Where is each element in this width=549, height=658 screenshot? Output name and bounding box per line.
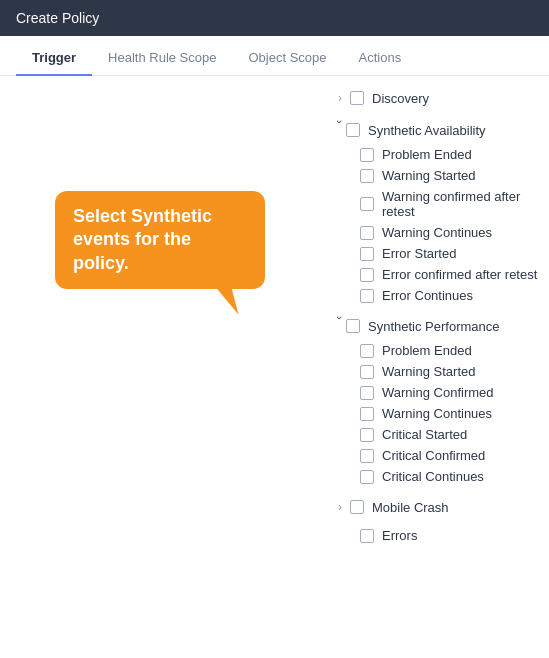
list-item[interactable]: Problem Ended [0,340,549,361]
errors-label: Errors [382,528,417,543]
sp-label: Synthetic Performance [368,319,500,334]
synthetic-performance-row[interactable]: › Synthetic Performance [0,312,549,340]
checkbox-warning-started-sp[interactable] [360,365,374,379]
list-item[interactable]: Warning Continues [0,403,549,424]
mobile-crash-row[interactable]: › Mobile Crash [0,493,549,521]
label-warning-started-sa: Warning Started [382,168,475,183]
chevron-mc: › [330,497,350,517]
list-item[interactable]: Warning Started [0,165,549,186]
content-area: Select Synthetic events for the policy. … [0,76,549,554]
errors-row[interactable]: Errors [0,525,549,546]
chevron-discovery: › [330,88,350,108]
label-warning-continues-sp: Warning Continues [382,406,492,421]
checkbox-warning-confirmed-sa[interactable] [360,197,374,211]
tab-trigger[interactable]: Trigger [16,36,92,75]
sa-label: Synthetic Availability [368,123,486,138]
label-critical-continues-sp: Critical Continues [382,469,484,484]
checkbox-error-confirmed-sa[interactable] [360,268,374,282]
checkbox-mc[interactable] [350,500,364,514]
label-critical-confirmed-sp: Critical Confirmed [382,448,485,463]
checkbox-critical-continues-sp[interactable] [360,470,374,484]
title-bar: Create Policy [0,0,549,36]
list-item[interactable]: Critical Started [0,424,549,445]
list-item[interactable]: Problem Ended [0,144,549,165]
synthetic-availability-row[interactable]: › Synthetic Availability [0,116,549,144]
label-warning-started-sp: Warning Started [382,364,475,379]
tabs-bar: Trigger Health Rule Scope Object Scope A… [0,36,549,76]
tab-health-rule-scope[interactable]: Health Rule Scope [92,36,232,75]
tooltip-bubble: Select Synthetic events for the policy. [55,191,265,289]
checkbox-problem-ended-sp[interactable] [360,344,374,358]
checkbox-warning-continues-sp[interactable] [360,407,374,421]
tooltip-container: Select Synthetic events for the policy. [55,191,265,289]
checkbox-critical-started-sp[interactable] [360,428,374,442]
sp-children: Problem Ended Warning Started Warning Co… [0,340,549,487]
list-item[interactable]: Critical Confirmed [0,445,549,466]
label-error-started-sa: Error Started [382,246,456,261]
checkbox-error-continues-sa[interactable] [360,289,374,303]
checkbox-errors[interactable] [360,529,374,543]
label-warning-confirmed-sp: Warning Confirmed [382,385,494,400]
list-item[interactable]: Critical Continues [0,466,549,487]
list-item[interactable]: Warning Confirmed [0,382,549,403]
tab-actions[interactable]: Actions [343,36,418,75]
mc-label: Mobile Crash [372,500,449,515]
label-error-confirmed-sa: Error confirmed after retest [382,267,537,282]
checkbox-critical-confirmed-sp[interactable] [360,449,374,463]
checkbox-warning-continues-sa[interactable] [360,226,374,240]
label-warning-continues-sa: Warning Continues [382,225,492,240]
label-problem-ended-sp: Problem Ended [382,343,472,358]
label-critical-started-sp: Critical Started [382,427,467,442]
chevron-sp: › [326,316,346,336]
checkbox-error-started-sa[interactable] [360,247,374,261]
label-error-continues-sa: Error Continues [382,288,473,303]
label-warning-confirmed-sa: Warning confirmed after retest [382,189,549,219]
discovery-label: Discovery [372,91,429,106]
checkbox-sp[interactable] [346,319,360,333]
checkbox-warning-confirmed-sp[interactable] [360,386,374,400]
tab-object-scope[interactable]: Object Scope [232,36,342,75]
checkbox-sa[interactable] [346,123,360,137]
checkbox-discovery[interactable] [350,91,364,105]
label-problem-ended-sa: Problem Ended [382,147,472,162]
chevron-sa: › [326,120,346,140]
title-label: Create Policy [16,10,99,26]
checkbox-warning-started-sa[interactable] [360,169,374,183]
checkbox-problem-ended-sa[interactable] [360,148,374,162]
list-item[interactable]: Warning Started [0,361,549,382]
discovery-row[interactable]: › Discovery [0,84,549,112]
